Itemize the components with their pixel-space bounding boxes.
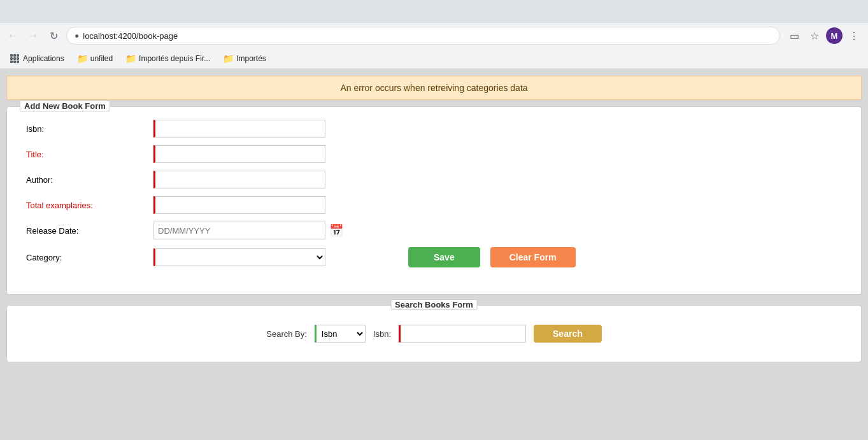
forward-button[interactable]: → [25,28,41,43]
bookmark-unfiled-label: unfiled [90,54,113,63]
bookmark-star-button[interactable]: ☆ [806,27,823,45]
save-button[interactable]: Save [408,247,480,267]
browser-icons: ▭ ☆ M ⋮ [785,27,863,45]
folder-icon-unfiled: 📁 [77,53,88,64]
search-button[interactable]: Search [534,325,602,343]
calendar-icon[interactable]: 📅 [329,224,343,238]
error-banner: An error occurs when retreiving categori… [6,76,862,100]
search-by-label: Search By: [266,329,307,339]
release-date-input[interactable] [153,222,325,239]
author-label: Author: [26,175,153,185]
bookmark-unfiled[interactable]: 📁 unfiled [72,52,118,66]
reload-button[interactable]: ↻ [46,28,61,43]
add-form-legend: Add New Book Form [20,101,110,111]
search-input[interactable] [399,325,526,343]
total-examplaries-input[interactable] [153,196,325,214]
url-text: localhost:4200/book-page [83,31,178,41]
category-select[interactable] [153,248,325,266]
apps-grid-icon [10,54,19,63]
isbn-label: Isbn: [26,124,153,134]
nav-bar: ← → ↻ ● localhost:4200/book-page ▭ ☆ M ⋮ [0,23,868,48]
clear-form-button[interactable]: Clear Form [490,247,576,267]
add-book-form-card: Add New Book Form Isbn: Title: Author: T… [6,106,862,295]
menu-button[interactable]: ⋮ [845,27,863,45]
bookmarks-bar: Applications 📁 unfiled 📁 Importés depuis… [0,48,868,69]
page-content: An error occurs when retreiving categori… [0,69,868,440]
category-row: Category: Save Clear Form [26,247,842,267]
isbn-input[interactable] [153,120,325,138]
bookmark-importes-fir[interactable]: 📁 Importés depuis Fir... [120,52,215,66]
bookmark-importes[interactable]: 📁 Importés [218,52,271,66]
bookmark-importes-fir-label: Importés depuis Fir... [139,54,210,63]
release-date-label: Release Date: [26,226,153,236]
back-button[interactable]: ← [5,28,20,43]
bookmark-apps[interactable]: Applications [5,52,69,65]
search-by-select[interactable]: Isbn Title Author [315,325,366,343]
search-row: Search By: Isbn Title Author Isbn: Searc… [26,325,842,343]
release-date-row: Release Date: 📅 [26,222,842,239]
total-examplaries-row: Total examplaries: [26,196,842,214]
title-input[interactable] [153,145,325,163]
bookmark-importes-label: Importés [236,54,266,63]
address-bar[interactable]: ● localhost:4200/book-page [66,27,780,45]
author-input[interactable] [153,171,325,188]
title-label: Title: [26,150,153,159]
profile-button[interactable]: M [826,27,843,44]
folder-icon-importes-fir: 📁 [125,53,136,64]
browser-chrome: ← → ↻ ● localhost:4200/book-page ▭ ☆ M ⋮ [0,0,868,69]
error-text: An error occurs when retreiving categori… [340,83,527,93]
tab-bar [0,0,868,23]
total-examplaries-label: Total examplaries: [26,201,153,210]
apps-label: Applications [23,54,64,63]
author-row: Author: [26,171,842,188]
date-wrapper: 📅 [153,222,343,239]
search-form-legend: Search Books Form [390,299,478,310]
folder-icon-importes: 📁 [223,53,234,64]
cast-button[interactable]: ▭ [785,27,803,45]
category-label: Category: [26,253,153,262]
isbn-row: Isbn: [26,120,842,138]
title-row: Title: [26,145,842,163]
search-books-form-card: Search Books Form Search By: Isbn Title … [6,305,862,362]
isbn-search-label: Isbn: [373,329,391,339]
lock-icon: ● [75,31,79,40]
